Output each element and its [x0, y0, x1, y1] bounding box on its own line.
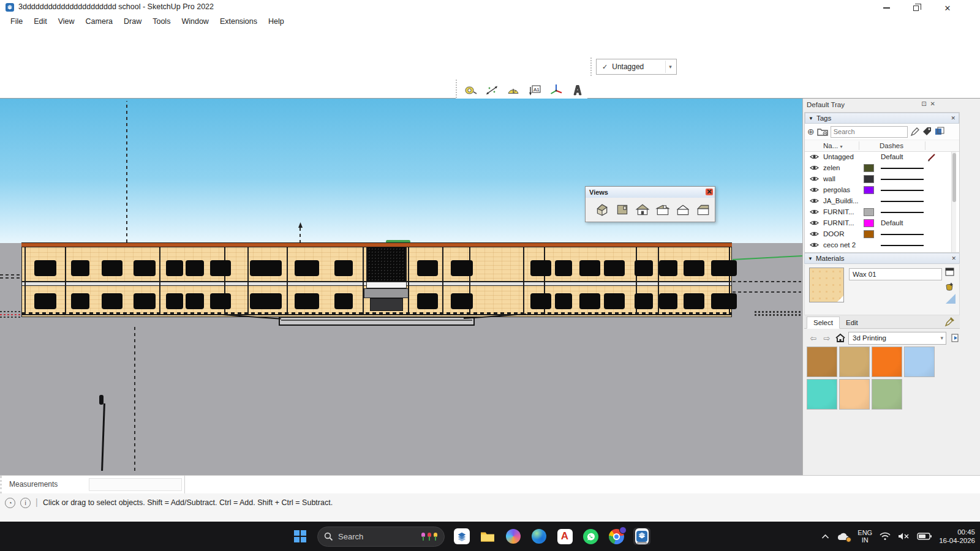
column-dashes-label[interactable]: Dashes: [880, 142, 903, 149]
model-viewport[interactable]: Views ✕: [0, 99, 802, 475]
tag-dash-preview[interactable]: [881, 168, 924, 169]
tag-name[interactable]: pergolas: [823, 186, 850, 193]
3d-text-tool-icon[interactable]: [568, 80, 587, 100]
school-building-model[interactable]: [21, 242, 732, 317]
collapse-triangle-icon[interactable]: ▼: [808, 256, 813, 261]
color-by-tag-icon[interactable]: [935, 127, 944, 137]
tag-color-swatch[interactable]: [864, 208, 874, 216]
restore-button[interactable]: [902, 0, 930, 16]
info-status-icon[interactable]: i: [20, 498, 31, 508]
tags-header[interactable]: ▼ Tags ✕: [805, 113, 959, 124]
visibility-eye-icon[interactable]: [810, 220, 819, 227]
taskbar-search[interactable]: Search: [317, 527, 445, 547]
collapse-triangle-icon[interactable]: ▼: [809, 116, 813, 121]
tag-row[interactable]: FURNIT...Default: [805, 218, 951, 229]
material-swatch[interactable]: [839, 379, 870, 410]
whatsapp-taskbar-icon[interactable]: [582, 528, 599, 545]
start-button[interactable]: [292, 528, 309, 545]
visibility-eye-icon[interactable]: [810, 209, 819, 216]
pencil-icon[interactable]: [910, 127, 920, 137]
tag-dash-preview[interactable]: [881, 212, 924, 213]
visibility-eye-icon[interactable]: [810, 187, 819, 194]
sketchup-viewer-taskbar-icon[interactable]: [453, 528, 470, 545]
details-icon[interactable]: [951, 334, 960, 342]
menu-extensions[interactable]: Extensions: [214, 16, 263, 27]
tag-name[interactable]: zelen: [823, 164, 840, 171]
visibility-eye-icon[interactable]: [810, 176, 819, 183]
tag-row[interactable]: pergolas: [805, 185, 951, 196]
material-swatch[interactable]: [807, 347, 837, 377]
back-arrow-icon[interactable]: ⇦: [808, 334, 819, 343]
sample-paint-icon[interactable]: [944, 317, 955, 327]
material-swatch[interactable]: [904, 347, 935, 377]
tag-color-swatch[interactable]: [864, 164, 874, 172]
front-view-button[interactable]: [633, 200, 652, 220]
active-tag-dropdown[interactable]: ✓ Untagged ▾: [596, 59, 677, 75]
tag-color-swatch[interactable]: [864, 175, 874, 183]
tag-name[interactable]: FURNIT...: [823, 219, 854, 227]
add-tag-icon[interactable]: ⊕: [807, 127, 815, 137]
menu-camera[interactable]: Camera: [80, 16, 118, 27]
forward-arrow-icon[interactable]: ⇨: [821, 334, 832, 343]
materials-header[interactable]: ▼ Materials ✕: [804, 253, 960, 264]
geolocation-status-icon[interactable]: ◔: [5, 498, 15, 508]
close-button[interactable]: ✕: [933, 0, 962, 16]
menu-view[interactable]: View: [53, 16, 80, 27]
create-material-icon[interactable]: [944, 282, 954, 291]
clock[interactable]: 00:45 16-04-2026: [939, 528, 975, 545]
onedrive-cloud-icon[interactable]: [837, 532, 850, 541]
edge-taskbar-icon[interactable]: [530, 528, 548, 545]
menu-file[interactable]: File: [5, 16, 28, 27]
tag-name[interactable]: Untagged: [823, 153, 854, 160]
text-tool-icon[interactable]: A1: [525, 80, 545, 100]
menu-help[interactable]: Help: [263, 16, 290, 27]
tag-row[interactable]: FURNIT...: [805, 207, 951, 218]
visibility-eye-icon[interactable]: [810, 154, 819, 161]
menu-tools[interactable]: Tools: [147, 16, 176, 27]
tape-measure-tool-icon[interactable]: [461, 80, 480, 100]
material-swatch[interactable]: [872, 379, 902, 410]
tag-dash-preview[interactable]: [881, 201, 924, 202]
tag-name[interactable]: ceco net 2: [823, 241, 856, 249]
views-close-icon[interactable]: ✕: [706, 189, 713, 195]
tag-name[interactable]: DOOR: [823, 230, 845, 238]
visibility-eye-icon[interactable]: [810, 198, 819, 205]
chrome-taskbar-icon[interactable]: [608, 528, 625, 545]
home-icon[interactable]: [835, 333, 846, 343]
dimension-tool-icon[interactable]: [482, 80, 502, 100]
tag-color-swatch[interactable]: [864, 186, 874, 194]
tag-color-swatch[interactable]: [864, 219, 874, 227]
tag-dash-preview[interactable]: [881, 179, 924, 180]
measurements-input[interactable]: [89, 478, 182, 491]
material-name-input[interactable]: [849, 268, 942, 280]
material-swatch[interactable]: [807, 379, 837, 410]
tray-close-icon[interactable]: ✕: [930, 100, 939, 107]
battery-icon[interactable]: [917, 533, 932, 540]
tags-search-input[interactable]: [831, 126, 908, 138]
add-tag-folder-icon[interactable]: [817, 127, 828, 136]
tag-row[interactable]: DOOR: [805, 229, 951, 240]
tray-chevron-up-icon[interactable]: [821, 534, 829, 539]
tag-row[interactable]: ceco net 2: [805, 240, 951, 251]
volume-muted-icon[interactable]: [898, 532, 910, 541]
acrobat-taskbar-icon[interactable]: A: [556, 528, 573, 545]
tag-dash-label[interactable]: Default: [881, 153, 903, 160]
tag-name[interactable]: FURNIT...: [823, 208, 854, 216]
pin-icon[interactable]: ⊡: [921, 100, 930, 107]
scrollbar-thumb[interactable]: [952, 153, 956, 202]
tab-select[interactable]: Select: [807, 317, 840, 329]
axes-tool-icon[interactable]: [546, 80, 566, 100]
language-indicator[interactable]: ENG IN: [858, 529, 872, 544]
tag-dash-preview[interactable]: [881, 245, 924, 246]
material-swatch[interactable]: [872, 347, 902, 377]
tag-row[interactable]: JA_Buildi...: [805, 196, 951, 207]
sort-chevron-icon[interactable]: ▾: [840, 144, 843, 149]
file-explorer-taskbar-icon[interactable]: [479, 528, 496, 545]
tab-edit[interactable]: Edit: [840, 317, 864, 329]
column-name-label[interactable]: Na...: [823, 142, 838, 149]
tag-dash-label[interactable]: Default: [881, 219, 903, 227]
tag-dash-preview[interactable]: [881, 190, 924, 191]
tag-dash-preview[interactable]: [881, 234, 924, 235]
material-collection-dropdown[interactable]: 3d Printing ▾: [848, 332, 946, 345]
tag-row[interactable]: UntaggedDefault: [805, 152, 951, 163]
